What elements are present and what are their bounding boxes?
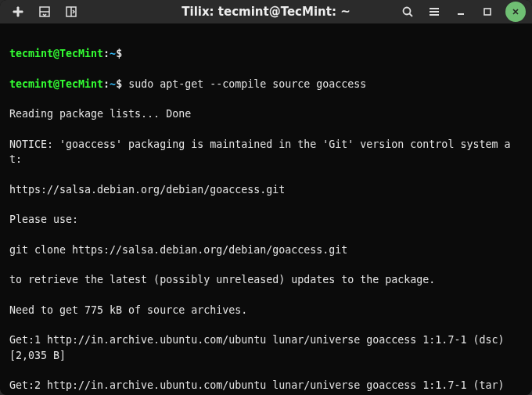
split-down-icon xyxy=(38,5,51,18)
split-right-icon xyxy=(65,5,77,18)
minimize-icon xyxy=(455,5,467,18)
search-icon xyxy=(401,5,414,18)
minimize-button[interactable] xyxy=(449,0,473,23)
output-line: Please use: xyxy=(9,212,523,227)
close-icon xyxy=(511,7,520,16)
output-line: git clone https://salsa.debian.org/debia… xyxy=(9,242,523,257)
output-line: Get:1 http://in.archive.ubuntu.com/ubunt… xyxy=(9,332,523,363)
prompt-path: ~ xyxy=(110,48,116,59)
titlebar-right-group xyxy=(396,0,526,23)
prompt-line: tecmint@TecMint:~$ xyxy=(9,46,523,61)
output-line: NOTICE: 'goaccess' packaging is maintain… xyxy=(9,137,523,167)
maximize-button[interactable] xyxy=(476,0,499,23)
prompt-path: ~ xyxy=(110,78,116,90)
prompt-user: tecmint@TecMint xyxy=(9,78,103,90)
terminal-window: Tilix: tecmint@TecMint: ~ tecmint@TecMin… xyxy=(0,0,532,395)
prompt-dollar: $ xyxy=(116,48,122,59)
close-button[interactable] xyxy=(505,2,526,22)
search-button[interactable] xyxy=(396,0,419,23)
output-line: Get:2 http://in.archive.ubuntu.com/ubunt… xyxy=(9,378,523,395)
svg-line-5 xyxy=(410,14,413,17)
maximize-icon xyxy=(481,5,494,18)
prompt-dollar: $ xyxy=(116,78,122,90)
prompt-line: tecmint@TecMint:~$ sudo apt-get --compil… xyxy=(9,77,523,92)
svg-rect-10 xyxy=(484,9,491,15)
titlebar: Tilix: tecmint@TecMint: ~ xyxy=(0,0,532,23)
hamburger-icon xyxy=(428,5,440,18)
prompt-user: tecmint@TecMint xyxy=(9,48,103,59)
svg-point-4 xyxy=(404,8,411,15)
output-line: Reading package lists... Done xyxy=(9,106,523,121)
output-line: Need to get 775 kB of source archives. xyxy=(9,303,523,318)
terminal-viewport[interactable]: tecmint@TecMint:~$ tecmint@TecMint:~$ su… xyxy=(0,23,532,395)
plus-icon xyxy=(12,5,24,18)
titlebar-left-group xyxy=(6,0,83,23)
output-line: https://salsa.debian.org/debian/goaccess… xyxy=(9,182,523,197)
split-down-button[interactable] xyxy=(33,0,56,23)
output-line: to retrieve the latest (possibly unrelea… xyxy=(9,272,523,287)
add-terminal-button[interactable] xyxy=(6,0,30,23)
menu-button[interactable] xyxy=(422,0,446,23)
split-right-button[interactable] xyxy=(59,0,83,23)
command-2: sudo apt-get --compile source goaccess xyxy=(128,78,366,90)
